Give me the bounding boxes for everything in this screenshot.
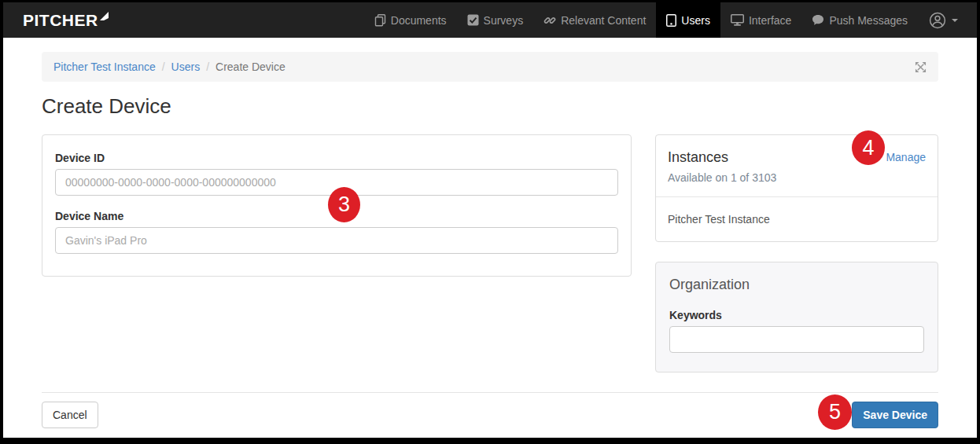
user-account-menu[interactable] [918,2,977,38]
keywords-input[interactable] [669,326,924,353]
breadcrumb-separator: / [162,61,165,73]
footer-divider [42,392,938,393]
manage-instances-link[interactable]: Manage [886,151,926,163]
organization-panel: Organization Keywords [655,262,938,372]
checkbox-icon [467,14,479,26]
nav-item-relevant-content[interactable]: Relevant Content [533,2,656,38]
documents-icon [374,14,386,27]
annotation-step-4: 4 [852,130,885,165]
pitcher-logo[interactable]: PITCHER [3,2,124,38]
footer-actions: Cancel Save Device [42,402,938,428]
breadcrumb-link-instance[interactable]: Pitcher Test Instance [53,61,156,73]
nav-item-users[interactable]: Users [656,2,720,38]
instances-availability: Available on 1 of 3103 [668,171,926,184]
expand-arrows-icon[interactable] [915,61,927,73]
pitcher-logo-arrow-icon [99,11,109,20]
nav-item-label: Documents [391,14,447,27]
nav-item-label: Interface [749,14,791,27]
tablet-icon [666,14,676,27]
create-device-page: { "navbar": { "brand": "PITCHER", "items… [0,0,980,444]
keywords-label: Keywords [669,309,924,321]
link-icon [543,14,556,27]
breadcrumb: Pitcher Test Instance / Users / Create D… [42,52,938,82]
nav-item-documents[interactable]: Documents [364,2,457,38]
instance-list-item[interactable]: Pitcher Test Instance [656,197,938,241]
nav-item-label: Push Messages [829,14,908,27]
breadcrumb-separator: / [206,61,209,73]
monitor-icon [731,14,744,26]
nav-item-push-messages[interactable]: Push Messages [801,2,918,38]
organization-title: Organization [669,277,924,293]
caret-down-icon [952,19,958,22]
device-name-input[interactable] [55,227,618,254]
instances-list: Pitcher Test Instance [656,196,938,241]
chat-icon [812,14,824,26]
navbar-menu: Documents Surveys Relevant Content Users… [364,2,977,38]
device-id-label: Device ID [55,152,618,164]
nav-item-label: Relevant Content [561,14,646,27]
side-column: Instances Available on 1 of 3103 Manage … [655,134,938,372]
cancel-button[interactable]: Cancel [42,402,98,428]
user-circle-icon [929,12,946,29]
breadcrumb-link-users[interactable]: Users [171,61,201,73]
nav-item-interface[interactable]: Interface [720,2,801,38]
instances-panel: Instances Available on 1 of 3103 Manage … [655,134,938,242]
save-device-button[interactable]: Save Device [852,402,938,428]
content-row: Device ID Device Name Instances Availabl… [42,134,938,372]
page-title: Create Device [42,94,938,119]
pitcher-logo-text: PITCHER [23,11,98,30]
breadcrumb-current: Create Device [216,61,286,73]
annotation-step-3: 3 [328,187,360,222]
nav-item-label: Users [681,14,710,27]
main-container: Pitcher Test Instance / Users / Create D… [42,52,938,428]
annotation-step-5: 5 [818,394,852,430]
top-navbar: PITCHER Documents Surveys Relevant Conte… [3,2,977,38]
nav-item-surveys[interactable]: Surveys [457,2,534,38]
instances-header: Instances Available on 1 of 3103 [656,135,938,196]
nav-item-label: Surveys [484,14,524,27]
